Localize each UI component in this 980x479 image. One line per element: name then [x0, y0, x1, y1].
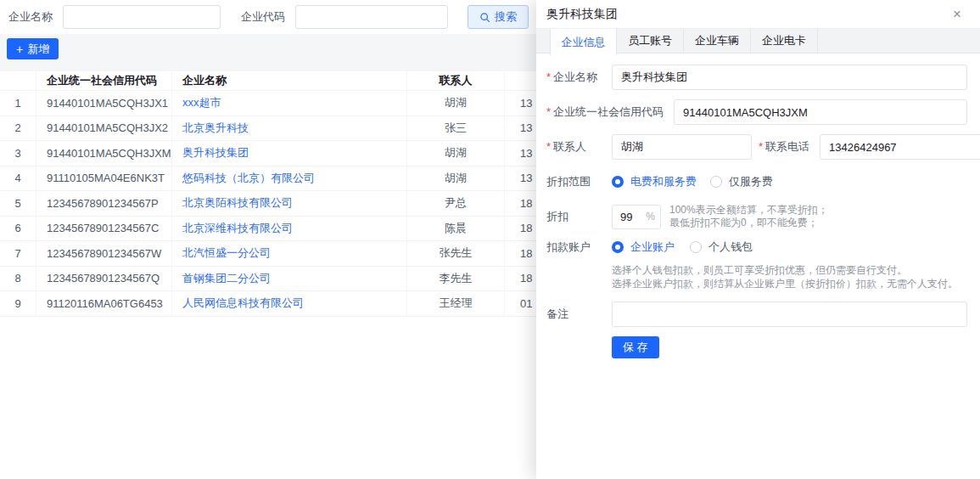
radio-company-account-label: 企业账户: [630, 240, 675, 255]
contact-row: 联系人 联系电话: [546, 134, 967, 160]
contact-cell: 胡湖: [407, 166, 505, 191]
company-name-link[interactable]: 奥升科技集团: [182, 145, 249, 161]
form-company-name-label: 企业名称: [546, 65, 602, 90]
add-button[interactable]: + 新增: [7, 38, 59, 59]
header-contact: 联系人: [407, 71, 505, 90]
company-detail-drawer: 奥升科技集团 × 企业信息 员工账号 企业车辆 企业电卡 企业名称 企业统一社会…: [536, 0, 980, 479]
company-code-label: 企业代码: [241, 9, 285, 25]
company-name-link[interactable]: 北京深维科技有限公司: [182, 221, 293, 236]
row-index: 9: [0, 291, 36, 316]
form-company-name-input[interactable]: [612, 65, 967, 90]
row-index: 1: [0, 91, 36, 116]
drawer-title: 奥升科技集团: [546, 7, 618, 22]
company-name-link[interactable]: xxx超市: [182, 95, 221, 110]
radio-personal-wallet-label: 个人钱包: [708, 240, 753, 255]
tab-company-vehicles[interactable]: 企业车辆: [684, 29, 751, 53]
debit-hint-line1: 选择个人钱包扣款，则员工可享受折扣优惠，但仍需要自行支付。: [612, 263, 967, 277]
search-button[interactable]: 搜索: [468, 5, 529, 29]
company-name-link[interactable]: 北京奥升科技: [182, 121, 249, 136]
discount-scope-label: 折扣范围: [546, 169, 602, 194]
credit-code-cell: 91120116MA06TG6453: [36, 291, 172, 316]
form-contact-input[interactable]: [612, 134, 752, 160]
discount-hint-line1: 100%表示全额结算，不享受折扣；: [669, 204, 828, 216]
search-icon: [479, 12, 490, 23]
row-index: 7: [0, 241, 36, 266]
credit-code-cell: 12345678901234567C: [36, 217, 172, 241]
radio-unselected-icon: [710, 176, 722, 188]
add-button-label: 新增: [27, 42, 49, 57]
form-credit-code-label: 企业统一社会信用代码: [546, 99, 664, 125]
credit-code-cell: 12345678901234567W: [36, 241, 172, 266]
row-index: 8: [0, 267, 36, 291]
radio-unselected-icon: [690, 241, 702, 253]
company-name-link[interactable]: 首钢集团二分公司: [182, 271, 271, 286]
company-name-input[interactable]: [63, 5, 221, 29]
contact-cell: 胡湖: [407, 91, 505, 116]
company-name-label: 企业名称: [8, 9, 53, 25]
form-credit-code-input[interactable]: [674, 99, 967, 125]
row-index: 2: [0, 116, 36, 141]
row-index: 6: [0, 217, 36, 241]
credit-code-cell: 91440101MA5CQH3JX1: [36, 91, 172, 116]
radio-service-only[interactable]: 仅服务费: [710, 174, 773, 189]
drawer-tabbar: 企业信息 员工账号 企业车辆 企业电卡: [536, 28, 980, 54]
credit-code-cell: 91110105MA04E6NK3T: [36, 166, 172, 191]
search-button-label: 搜索: [495, 9, 517, 25]
discount-hint-line2: 最低折扣不能为0，即不能免费；: [669, 217, 818, 228]
debit-hint-line2: 选择企业账户扣款，则结算从企业账户里（按折扣价）扣款，无需个人支付。: [612, 277, 967, 290]
contact-cell: 王经理: [407, 291, 505, 316]
discount-row: 折扣 % 100%表示全额结算，不享受折扣； 最低折扣不能为0，即不能免费；: [546, 204, 967, 229]
contact-cell: 张先生: [407, 241, 505, 266]
close-icon[interactable]: ×: [953, 7, 961, 21]
credit-code-cell: 91440101MA5CQH3JXM: [36, 141, 172, 166]
discount-input-box: %: [612, 205, 661, 229]
save-button[interactable]: 保 存: [612, 336, 659, 358]
form-phone-label: 联系电话: [759, 134, 809, 160]
credit-code-cell: 12345678901234567P: [36, 191, 172, 216]
company-name-link[interactable]: 北京奥陌科技有限公司: [182, 195, 293, 211]
discount-input[interactable]: [620, 211, 641, 223]
debit-account-label: 扣款账户: [546, 239, 602, 256]
company-name-link[interactable]: 悠码科技（北京）有限公司: [182, 171, 315, 186]
radio-service-only-label: 仅服务费: [729, 174, 773, 189]
company-name-link[interactable]: 北汽恒盛一分公司: [182, 245, 271, 261]
tab-company-info[interactable]: 企业信息: [550, 29, 617, 55]
debit-account-row: 扣款账户 企业账户 个人钱包 选择个人钱包扣款，则员工可享受折扣优惠，但: [546, 239, 967, 290]
remark-label: 备注: [546, 301, 602, 327]
header-company-name: 企业名称: [172, 71, 407, 90]
tab-employee-accounts[interactable]: 员工账号: [617, 29, 684, 53]
radio-fee-and-service-label: 电费和服务费: [630, 174, 697, 189]
company-code-input[interactable]: [295, 5, 448, 29]
remark-input[interactable]: [612, 301, 967, 327]
row-index: 3: [0, 141, 36, 166]
row-index: 4: [0, 166, 36, 191]
radio-selected-icon: [612, 241, 624, 253]
radio-selected-icon: [612, 176, 624, 188]
contact-cell: 陈晨: [407, 217, 505, 241]
page: 企业名称 企业代码 搜索 + 新增 企业统一社会信用代码 企业名称 联系人: [0, 0, 980, 479]
form-phone-input[interactable]: [820, 134, 980, 160]
row-index: 5: [0, 191, 36, 216]
radio-fee-and-service[interactable]: 电费和服务费: [612, 174, 697, 189]
contact-cell: 李先生: [407, 267, 505, 291]
contact-cell: 张三: [407, 116, 505, 141]
credit-code-cell: 91440101MA5CQH3JX2: [36, 116, 172, 141]
percent-suffix: %: [646, 211, 655, 223]
plus-icon: +: [16, 43, 23, 55]
radio-company-account[interactable]: 企业账户: [612, 240, 675, 255]
contact-cell: 胡湖: [407, 141, 505, 166]
discount-label: 折扣: [546, 204, 602, 229]
company-info-form: 企业名称 企业统一社会信用代码 联系人 联系电话 折扣范围 电费和服务费: [536, 54, 980, 370]
discount-hint: 100%表示全额结算，不享受折扣； 最低折扣不能为0，即不能免费；: [669, 204, 828, 229]
credit-code-cell: 12345678901234567Q: [36, 267, 172, 291]
header-credit-code: 企业统一社会信用代码: [36, 71, 172, 90]
credit-code-row: 企业统一社会信用代码: [546, 99, 967, 125]
discount-scope-row: 折扣范围 电费和服务费 仅服务费: [546, 169, 967, 194]
contact-cell: 尹总: [407, 191, 505, 216]
radio-personal-wallet[interactable]: 个人钱包: [690, 240, 753, 255]
company-name-row: 企业名称: [546, 65, 967, 90]
tab-company-cards[interactable]: 企业电卡: [751, 29, 818, 53]
company-name-link[interactable]: 人民网信息科技有限公司: [182, 296, 304, 311]
drawer-header: 奥升科技集团 ×: [536, 0, 980, 28]
header-index: [0, 71, 36, 90]
